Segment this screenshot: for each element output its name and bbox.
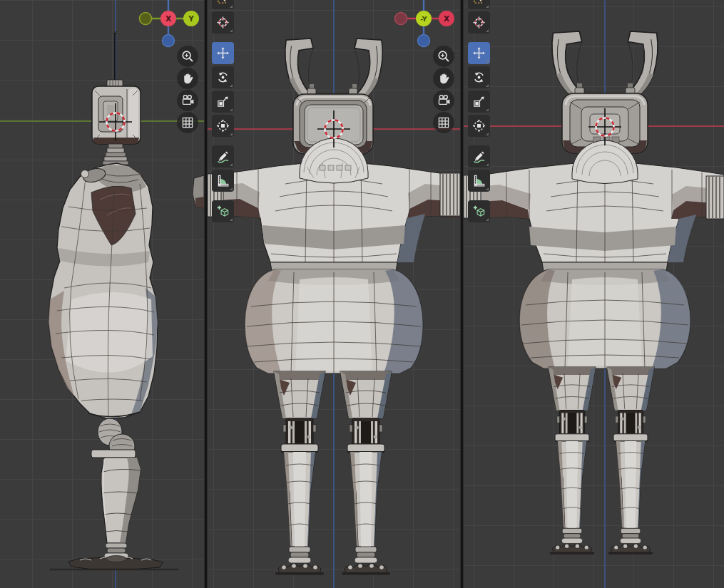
tweak-select-icon <box>472 0 486 5</box>
pan-icon <box>180 71 195 86</box>
scene-side-view <box>0 0 204 588</box>
ortho-icon <box>437 115 451 130</box>
tool-options-corner <box>486 187 489 190</box>
gizmo-neg-z-ball[interactable] <box>163 35 175 47</box>
add-cube-icon <box>216 205 230 218</box>
wrist-cuff-right <box>440 173 460 216</box>
tool-cursor-button[interactable] <box>468 11 490 33</box>
transform-icon <box>216 119 230 133</box>
camera-button[interactable] <box>177 90 198 111</box>
tool-options-corner <box>486 84 489 87</box>
toolbar-front <box>212 0 234 225</box>
tool-rotate-button[interactable] <box>468 66 490 88</box>
tool-options-corner <box>486 218 489 221</box>
blender-multi-viewport: X Y <box>0 0 724 588</box>
pan-button[interactable] <box>177 68 198 89</box>
gizmo-y-label: Y <box>188 14 194 23</box>
gizmo-x-ball[interactable]: X <box>160 11 176 26</box>
tool-cursor-button[interactable] <box>212 11 234 33</box>
tool-rotate-button[interactable] <box>212 66 234 88</box>
tool-tweak-select-button[interactable] <box>468 0 490 9</box>
tool-measure-button[interactable] <box>468 170 490 192</box>
tool-annotate-button[interactable] <box>212 145 234 167</box>
tool-options-corner <box>486 29 489 32</box>
viewport-back-view[interactable] <box>464 0 724 588</box>
tool-scale-button[interactable] <box>212 91 234 113</box>
gizmo-neg-y-ball[interactable]: -Y <box>416 11 432 26</box>
move-icon <box>472 46 486 60</box>
navigation-gizmo-side[interactable]: X Y <box>134 0 204 48</box>
character-back-view <box>464 31 724 555</box>
tool-transform-button[interactable] <box>468 115 490 137</box>
scene-back-view <box>464 0 724 588</box>
tool-annotate-button[interactable] <box>468 145 490 167</box>
cursor-icon <box>216 16 230 29</box>
zoom-button[interactable] <box>177 46 198 67</box>
camera-button[interactable] <box>433 90 454 111</box>
ortho-button[interactable] <box>177 112 198 133</box>
tool-move-button[interactable] <box>468 42 490 64</box>
add-cube-icon <box>472 205 486 218</box>
scene-front-view <box>208 0 460 588</box>
gizmo-x-ball[interactable]: X <box>439 11 454 26</box>
zoom-icon <box>180 49 195 63</box>
scale-icon <box>216 95 230 108</box>
camera-icon <box>180 93 195 108</box>
tool-options-corner <box>230 29 233 32</box>
move-icon <box>216 46 230 60</box>
navigation-gizmo-front[interactable]: -Y X <box>389 0 460 48</box>
tool-options-corner <box>230 187 233 190</box>
zoom-icon <box>437 49 451 63</box>
pan-icon <box>437 71 451 86</box>
tool-move-button[interactable] <box>212 42 234 64</box>
transform-icon <box>472 119 486 133</box>
annotate-icon <box>472 150 486 163</box>
viewport-side-view[interactable]: X Y <box>0 0 204 588</box>
gizmo-neg-y-ball[interactable] <box>140 13 152 25</box>
tool-options-corner <box>486 5 489 8</box>
ortho-icon <box>180 115 195 130</box>
ortho-button[interactable] <box>433 112 454 133</box>
tool-options-corner <box>486 133 489 135</box>
tool-add-cube-button[interactable] <box>212 200 234 222</box>
rotate-icon <box>216 71 230 84</box>
annotate-icon <box>216 150 230 163</box>
scale-icon <box>472 95 486 108</box>
tool-add-cube-button[interactable] <box>468 200 490 222</box>
nav-column-front <box>433 46 454 134</box>
tool-options-corner <box>230 5 233 8</box>
measure-icon <box>216 174 230 187</box>
tool-options-corner <box>230 163 233 166</box>
tweak-select-icon <box>216 0 230 5</box>
tool-options-corner <box>230 60 233 63</box>
rotate-icon <box>472 71 486 84</box>
measure-icon <box>472 174 486 187</box>
cursor-icon <box>472 16 486 29</box>
tool-tweak-select-button[interactable] <box>212 0 234 9</box>
tool-options-corner <box>486 108 489 111</box>
wrist-cuff-right <box>706 176 724 219</box>
tool-options-corner <box>486 60 489 63</box>
gizmo-neg-z-ball[interactable] <box>418 35 430 47</box>
gizmo-neg-y-label: -Y <box>420 15 427 23</box>
nav-column-side <box>177 46 198 134</box>
tool-options-corner <box>486 163 489 166</box>
pan-button[interactable] <box>433 68 454 89</box>
tool-options-corner <box>230 108 233 111</box>
camera-icon <box>437 93 451 108</box>
gizmo-neg-x-ball[interactable] <box>395 13 407 25</box>
gizmo-y-ball[interactable]: Y <box>183 11 199 26</box>
tool-scale-button[interactable] <box>468 91 490 113</box>
gizmo-x-label: X <box>444 14 449 23</box>
viewport-front-view[interactable]: -Y X <box>208 0 460 588</box>
tool-options-corner <box>230 84 233 87</box>
tool-measure-button[interactable] <box>212 170 234 192</box>
tool-options-corner <box>230 218 233 221</box>
gizmo-x-label: X <box>165 14 171 23</box>
toolbar-back <box>468 0 490 225</box>
tool-options-corner <box>230 133 233 135</box>
zoom-button[interactable] <box>433 46 454 67</box>
tool-transform-button[interactable] <box>212 115 234 137</box>
